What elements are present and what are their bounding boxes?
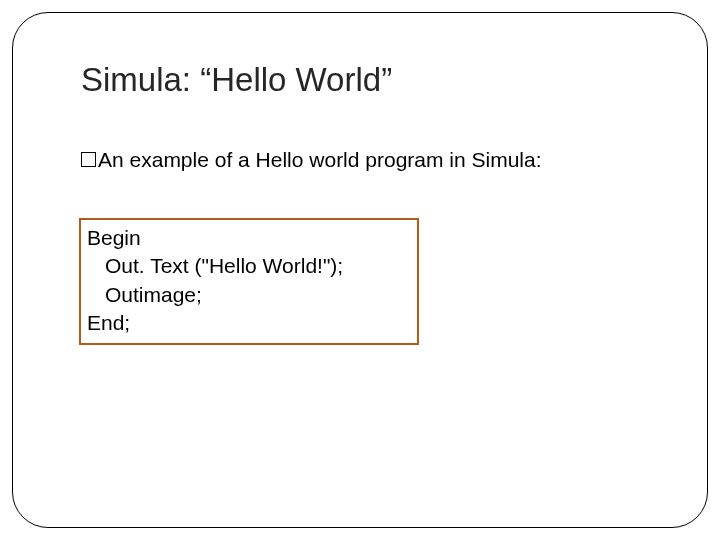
slide-frame: Simula: “Hello World” An example of a He… — [12, 12, 708, 528]
slide-title: Simula: “Hello World” — [81, 61, 392, 99]
code-line: Begin — [87, 224, 411, 252]
code-line: Outimage; — [87, 281, 411, 309]
code-line: Out. Text ("Hello World!"); — [87, 252, 411, 280]
square-bullet-icon — [81, 152, 96, 167]
bullet-text: An example of a Hello world program in S… — [98, 148, 542, 172]
code-sample-box: Begin Out. Text ("Hello World!"); Outima… — [79, 218, 419, 345]
bullet-item: An example of a Hello world program in S… — [81, 148, 542, 172]
code-line: End; — [87, 309, 411, 337]
